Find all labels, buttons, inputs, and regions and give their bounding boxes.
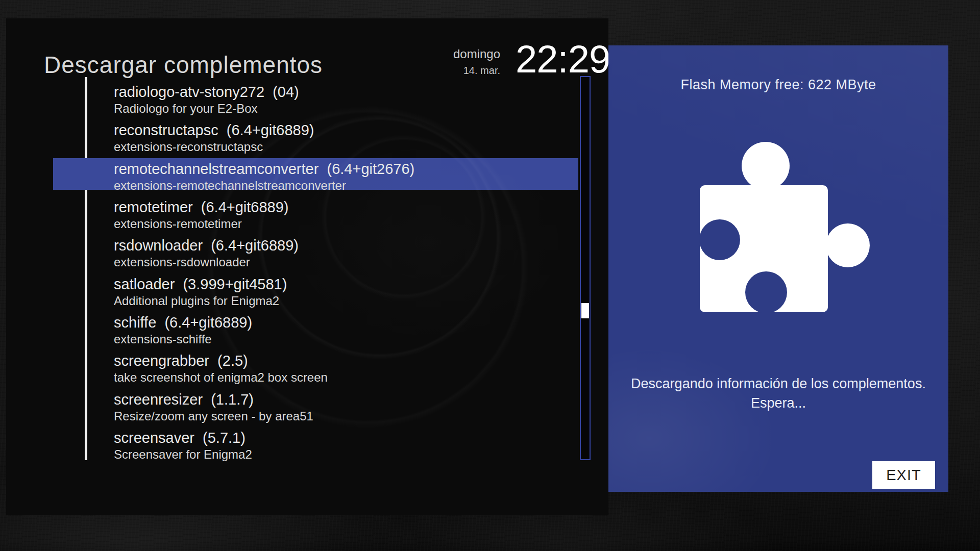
- addon-description: extensions-reconstructapsc: [114, 140, 583, 154]
- list-item[interactable]: reconstructapsc (6.4+git6889) extensions…: [114, 121, 583, 159]
- addon-description: Resize/zoom any screen - by area51: [114, 409, 583, 423]
- list-item[interactable]: satloader (3.999+git4581) Additional plu…: [114, 276, 583, 313]
- addon-name: screenresizer (1.1.7): [114, 391, 583, 409]
- flash-memory-status: Flash Memory free: 622 MByte: [608, 77, 948, 93]
- addon-name: remotechannelstreamconverter (6.4+git267…: [114, 160, 583, 178]
- addon-name: screengrabber (2.5): [114, 352, 583, 370]
- addon-description: Additional plugins for Enigma2: [114, 294, 583, 308]
- addon-name: radiologo-atv-stony272 (04): [114, 83, 583, 101]
- list-left-rule: [85, 77, 87, 460]
- date-block: domingo 14. mar.: [398, 47, 500, 77]
- addon-description: extensions-remotechannelstreamconverter: [114, 179, 583, 193]
- addon-name: rsdownloader (6.4+git6889): [114, 237, 583, 255]
- page-title: Descargar complementos: [44, 51, 323, 79]
- info-panel: Flash Memory free: 622 MByte Descargando…: [608, 45, 948, 492]
- date-label: 14. mar.: [398, 64, 500, 77]
- addon-name: remotetimer (6.4+git6889): [114, 198, 583, 216]
- addon-name: reconstructapsc (6.4+git6889): [114, 121, 583, 139]
- addon-description: extensions-schiffe: [114, 332, 583, 346]
- exit-button[interactable]: EXIT: [872, 461, 935, 489]
- addon-description: extensions-remotetimer: [114, 217, 583, 231]
- addon-description: Screensaver for Enigma2: [114, 447, 583, 462]
- addon-description: Radiologo for your E2-Box: [114, 102, 583, 116]
- status-line-1: Descargando información de los complemen…: [608, 374, 948, 393]
- list-item[interactable]: screensaver (5.7.1) Screensaver for Enig…: [114, 429, 583, 467]
- list-item[interactable]: screenresizer (1.1.7) Resize/zoom any sc…: [114, 391, 583, 429]
- scrollbar-thumb[interactable]: [581, 303, 589, 318]
- addon-name: screensaver (5.7.1): [114, 429, 583, 447]
- list-scrollbar[interactable]: [580, 76, 591, 460]
- addon-list: radiologo-atv-stony272 (04) Radiologo fo…: [114, 83, 583, 471]
- weekday-label: domingo: [398, 47, 500, 61]
- addon-description: extensions-rsdownloader: [114, 255, 583, 269]
- status-line-2: Espera...: [608, 393, 948, 413]
- puzzle-piece-icon: [679, 138, 873, 316]
- list-item[interactable]: remotetimer (6.4+git6889) extensions-rem…: [114, 198, 583, 236]
- addon-name: schiffe (6.4+git6889): [114, 314, 583, 332]
- clock: 22:29: [516, 39, 610, 80]
- enigma2-screen: Descargar complementos domingo 14. mar. …: [0, 0, 980, 551]
- list-item[interactable]: rsdownloader (6.4+git6889) extensions-rs…: [114, 237, 583, 274]
- list-item[interactable]: screengrabber (2.5) take screenshot of e…: [114, 352, 583, 390]
- list-item-selected[interactable]: remotechannelstreamconverter (6.4+git267…: [114, 160, 583, 198]
- list-item[interactable]: radiologo-atv-stony272 (04) Radiologo fo…: [114, 83, 583, 121]
- addon-name: satloader (3.999+git4581): [114, 276, 583, 293]
- download-addons-panel: Descargar complementos domingo 14. mar. …: [6, 18, 608, 515]
- status-message: Descargando información de los complemen…: [608, 374, 948, 413]
- list-item[interactable]: schiffe (6.4+git6889) extensions-schiffe: [114, 314, 583, 352]
- addon-description: take screenshot of enigma2 box screen: [114, 370, 583, 385]
